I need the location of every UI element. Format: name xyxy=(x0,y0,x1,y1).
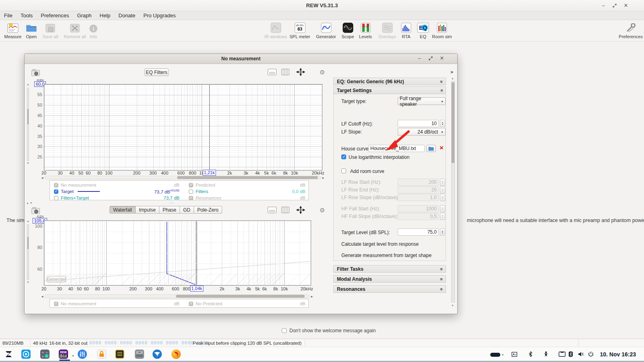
graph-tab[interactable]: GD xyxy=(180,206,194,214)
splitter-handle[interactable]: ⋯ xyxy=(169,200,175,206)
app-restore-button[interactable] xyxy=(611,2,618,9)
generate-measurement-button[interactable]: Generate measurement from target shape xyxy=(341,253,431,258)
generator-button[interactable]: Generator xyxy=(316,21,336,39)
legend-checkbox-icon[interactable] xyxy=(54,189,58,194)
scrollbar-thumb[interactable] xyxy=(177,176,318,179)
eq-filters-button[interactable]: EQ Filters xyxy=(144,68,169,76)
scope-button[interactable]: Scope xyxy=(340,21,355,39)
legend-row[interactable]: No measurement dB xyxy=(54,182,180,188)
child-titlebar[interactable]: No measurement – ✕ xyxy=(25,54,457,64)
legend-checkbox-icon[interactable] xyxy=(189,189,193,194)
eq-button[interactable]: EQ EQ xyxy=(416,21,430,39)
capture-graph-icon[interactable] xyxy=(31,70,40,76)
legend-checkbox-icon[interactable] xyxy=(189,183,193,187)
bluetooth-icon[interactable] xyxy=(528,351,533,357)
modal-analysis-header[interactable]: Modal Analysis » xyxy=(333,275,446,283)
target-type-dropdown[interactable]: Full range speaker xyxy=(398,97,446,105)
add-room-curve-checkbox[interactable] xyxy=(341,169,346,173)
app-minimize-button[interactable]: – xyxy=(600,2,607,9)
menu-item[interactable]: Donate xyxy=(114,12,139,19)
scroll-right-icon[interactable]: ► xyxy=(310,295,314,298)
target-level-input[interactable]: 75,0 xyxy=(398,228,439,236)
graph-layout-icon[interactable] xyxy=(268,69,277,75)
open-button[interactable]: Open xyxy=(23,21,40,39)
graph-tab[interactable]: Waterfall xyxy=(109,206,136,214)
thunderbird-icon[interactable] xyxy=(153,350,162,359)
taskbar-clock[interactable]: 10. Nov 16:23 xyxy=(600,351,636,358)
tablet-mode-icon[interactable] xyxy=(559,352,566,357)
house-curve-browse-button[interactable] xyxy=(426,145,436,152)
child-close-button[interactable]: ✕ xyxy=(438,55,446,62)
welcome-dont-show-checkbox[interactable]: Don't show the welcome message again xyxy=(282,328,376,333)
lf-cutoff-spinner[interactable] xyxy=(440,120,445,127)
screenshot-icon[interactable] xyxy=(512,352,517,357)
legend-row[interactable]: No measurement dB xyxy=(54,300,180,307)
spl-graph-plot[interactable] xyxy=(44,84,322,171)
graph-settings-gear-icon[interactable]: ⚙ xyxy=(320,207,325,214)
pane-layout-icon[interactable] xyxy=(281,69,289,75)
pan-zoom-icon[interactable] xyxy=(296,68,305,76)
spl-meter-button[interactable]: dB SPL 83 SPL meter xyxy=(289,21,311,39)
panel-expand-icon[interactable]: » xyxy=(450,69,453,75)
pan-zoom-icon[interactable] xyxy=(296,206,305,214)
scroll-left-icon[interactable]: ◄ xyxy=(41,176,44,180)
scrollbar-thumb[interactable] xyxy=(452,82,454,163)
pane-layout-icon[interactable] xyxy=(281,207,289,213)
capture-graph-icon[interactable] xyxy=(31,208,40,214)
software-store-icon[interactable] xyxy=(21,350,31,359)
target-level-spinner[interactable] xyxy=(440,228,445,236)
legend-row[interactable]: Filters 0,0 dB xyxy=(189,188,305,195)
calculate-target-level-button[interactable]: Calculate target level from response xyxy=(341,241,419,247)
legend-checkbox-icon[interactable] xyxy=(54,196,58,200)
scroll-down-icon[interactable]: ▼ xyxy=(451,304,454,307)
scrollbar-thumb[interactable] xyxy=(176,295,305,298)
panel-vscrollbar[interactable] xyxy=(451,81,455,302)
menu-item[interactable]: Graph xyxy=(73,12,95,19)
menu-item[interactable]: Preferences xyxy=(37,12,73,19)
zorin-menu-icon[interactable] xyxy=(4,350,13,359)
legend-row[interactable]: Resonances dB xyxy=(189,195,305,201)
lf-cutoff-input[interactable]: 10 xyxy=(398,120,439,127)
menu-item[interactable]: Help xyxy=(96,12,115,19)
legend-row[interactable]: Filters+Target 73,7 dB xyxy=(54,195,180,201)
log-interpolation-checkbox[interactable] xyxy=(341,154,346,159)
filter-tasks-header[interactable]: Filter Tasks » xyxy=(333,265,446,273)
battery-icon[interactable] xyxy=(490,353,500,357)
graph-layout-icon[interactable] xyxy=(268,207,277,213)
volume-icon[interactable] xyxy=(578,352,584,357)
preferences-button[interactable]: Preferences xyxy=(618,21,643,39)
app-close-button[interactable]: ✕ xyxy=(622,2,630,9)
power-icon[interactable] xyxy=(588,351,594,357)
legend-row[interactable]: No Predicted dB xyxy=(189,300,305,307)
graph-tab[interactable]: Phase xyxy=(159,206,180,214)
child-restore-button[interactable] xyxy=(427,55,434,62)
menu-item[interactable]: Tools xyxy=(17,12,37,19)
file-manager-icon[interactable] xyxy=(135,350,144,359)
audio-settings-icon[interactable] xyxy=(78,350,87,359)
bottom-graph-hscrollbar[interactable] xyxy=(45,294,310,298)
scroll-up-icon[interactable]: ▲ xyxy=(451,77,454,80)
legend-row[interactable]: Predicted dB xyxy=(189,182,305,188)
room-sim-button[interactable]: Room sim xyxy=(431,21,452,39)
legend-checkbox-icon[interactable] xyxy=(54,183,58,187)
firefox-icon[interactable] xyxy=(171,350,181,359)
scroll-left-icon[interactable]: ◄ xyxy=(41,295,44,298)
graph-tab[interactable]: Impulse xyxy=(136,206,159,214)
accessibility-icon[interactable] xyxy=(543,351,549,357)
house-curve-clear-button[interactable]: × xyxy=(438,144,446,152)
eq-device-header[interactable]: EQ: Generic Generic (96 kHz) » xyxy=(333,78,446,85)
lf-slope-dropdown[interactable]: 24 dB/oct xyxy=(398,128,446,136)
measure-button[interactable]: Measure xyxy=(2,21,23,39)
resonances-header[interactable]: Resonances » xyxy=(333,285,446,293)
graph-tab[interactable]: Pole-Zero xyxy=(194,206,222,214)
top-graph-hscrollbar[interactable] xyxy=(45,176,321,179)
keyring-icon[interactable] xyxy=(97,350,106,359)
rta-button[interactable]: RTA xyxy=(399,21,413,39)
rew-taskbar-icon[interactable]: REW xyxy=(59,350,68,359)
splitter-arrows-icon[interactable]: ▲ ▼ xyxy=(26,202,33,204)
levels-button[interactable]: 0 3 6 Levels xyxy=(357,21,374,39)
legend-checkbox-icon[interactable] xyxy=(189,302,193,306)
waterfall-plot[interactable]: Generate xyxy=(44,220,311,286)
target-settings-header[interactable]: Target Settings » xyxy=(333,86,446,94)
bluetooth-icon[interactable] xyxy=(569,351,573,357)
